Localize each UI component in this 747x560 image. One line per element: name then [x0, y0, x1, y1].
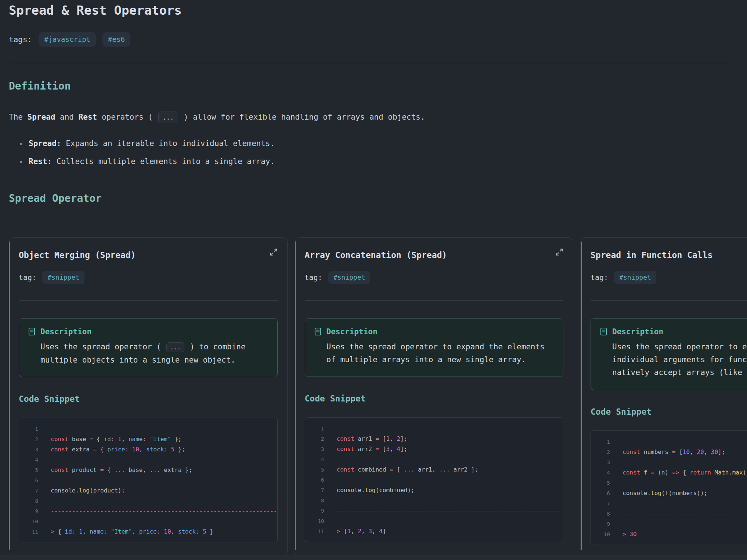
code-token-fn: log — [651, 490, 661, 497]
code-token-pun: { — [100, 446, 107, 453]
code-token-id: console — [51, 487, 75, 494]
code-token-pun: , — [390, 446, 397, 452]
code-token-key: name — [90, 528, 104, 535]
code-snippet-heading: Code Snippet — [19, 394, 278, 404]
code-token-op: > — [51, 528, 58, 535]
tag-pill-snippet[interactable]: #snippet — [328, 271, 371, 284]
code-token-pun: . — [361, 487, 365, 494]
description-body: Uses the spread operator to expand an ar… — [600, 341, 747, 379]
code-token-pun: , — [372, 528, 379, 535]
tag-pill-snippet[interactable]: #snippet — [42, 271, 84, 284]
code-token-pun: , — [171, 528, 178, 535]
card-tag-row: tag:#snippet — [305, 271, 564, 284]
description-header: Description — [314, 327, 555, 336]
code-line: 11> [1, 2, 3, 4] — [305, 526, 563, 537]
code-block: 12const arr1 = [1, 2];3const arr2 = [3, … — [305, 417, 564, 542]
code-line: 6console.log(f(numbers)); — [591, 488, 747, 498]
bold-text: Spread: — [29, 139, 61, 148]
card-header: Object Merging (Spread) — [19, 247, 278, 260]
code-token-op: > — [337, 528, 344, 535]
code-token-num: 10 — [164, 528, 171, 535]
code-line: 3const extra = { price: 10, stock: 5 }; — [19, 444, 277, 455]
code-token-pun: }; — [171, 436, 182, 443]
tag-pill-javascript[interactable]: #javascript — [39, 32, 96, 47]
code-token-id: console — [622, 490, 647, 497]
description-body: Uses the spread operator to expand the e… — [314, 341, 555, 366]
line-number: 7 — [19, 486, 38, 496]
line-number: 5 — [591, 478, 610, 488]
code-token-pun: . — [729, 469, 732, 476]
code-token-num: 2 — [397, 435, 400, 442]
description-body: Uses the spread operator ( ... ) to comb… — [28, 341, 268, 367]
line-number: 4 — [305, 454, 324, 465]
card-tag-row: tag:#snippet — [591, 271, 747, 284]
code-token-pun: [ — [383, 435, 386, 442]
code-token-pun: , — [122, 436, 129, 443]
code-token-kw: return — [690, 469, 714, 476]
code-text: const arr2 = [3, 4]; — [337, 444, 563, 454]
line-number: 11 — [19, 527, 38, 537]
code-line: 5const combined = [ ... arr1, ... arr2 ]… — [305, 465, 563, 475]
code-token-fn: log — [79, 487, 90, 494]
definition-bullet: Spread: Expands an iterable into individ… — [20, 139, 728, 148]
code-token-id: extra — [72, 446, 93, 453]
line-number: 5 — [19, 465, 38, 475]
description-header: Description — [600, 327, 747, 336]
code-line: 4const f = (n) => { return Math.max( ...… — [591, 468, 747, 478]
text-run: Uses the spread operator to expand the e… — [326, 342, 545, 364]
code-text: const f = (n) => { return Math.max( ... … — [622, 468, 747, 478]
line-number: 1 — [305, 423, 324, 434]
tag-pill-es6[interactable]: #es6 — [102, 32, 130, 47]
line-number: 8 — [591, 509, 610, 519]
code-token-pun: , — [432, 466, 439, 473]
code-token-dash: ----------------------------------------… — [337, 507, 563, 514]
code-text: > 30 — [622, 529, 747, 539]
text-run: The — [9, 113, 28, 121]
code-line: 10> 30 — [591, 529, 747, 539]
code-token-fn: f — [644, 469, 651, 476]
tag-pill-snippet[interactable]: #snippet — [614, 271, 656, 284]
line-number: 4 — [19, 455, 38, 465]
code-token-id: arr1 — [414, 466, 432, 473]
code-line: 5 — [591, 478, 747, 488]
line-number: 7 — [591, 498, 610, 509]
code-token-op: : — [72, 528, 79, 535]
code-token-id: numbers — [644, 448, 672, 455]
expand-icon[interactable] — [555, 248, 563, 256]
code-token-op: ... — [150, 466, 160, 473]
code-token-op: : — [104, 528, 111, 535]
description-heading: Description — [612, 327, 663, 336]
code-token-num: 30 — [629, 531, 636, 538]
line-number: 10 — [591, 529, 610, 539]
card-title: Spread in Function Calls — [591, 250, 712, 260]
code-token-dash: ----------------------------------------… — [51, 508, 277, 514]
code-token-pun: { — [683, 469, 690, 476]
code-token-num: 1 — [118, 436, 122, 443]
expand-icon[interactable] — [270, 248, 278, 256]
code-token-fn: max — [732, 469, 743, 476]
code-token-num: 4 — [397, 446, 400, 452]
code-token-op: => — [672, 469, 683, 476]
bold-text: Spread — [28, 113, 55, 121]
definition-intro: The Spread and Rest operators ( ... ) al… — [9, 111, 728, 124]
code-token-num: 3 — [368, 528, 372, 535]
document-icon — [314, 327, 322, 336]
code-token-str: "Item" — [150, 436, 171, 443]
code-line: 3 — [591, 457, 747, 468]
code-token-op: : — [196, 528, 203, 535]
card-divider — [591, 300, 747, 301]
text-run: Uses the spread operator to expand an ar… — [612, 342, 747, 377]
code-line: 8 — [19, 496, 277, 506]
code-token-pun: [ — [344, 528, 347, 535]
line-number: 6 — [591, 488, 610, 498]
code-token-id: base — [72, 436, 90, 443]
code-token-pun: ( — [743, 469, 747, 476]
line-number: 8 — [19, 496, 38, 506]
code-block: 12const numbers = [10, 20, 30];34const f… — [591, 430, 747, 545]
code-token-pun: , — [83, 528, 90, 535]
code-token-id: extra — [160, 466, 182, 473]
code-snippet-heading: Code Snippet — [305, 394, 564, 403]
code-token-op: ... — [114, 466, 125, 473]
line-number: 2 — [19, 434, 38, 444]
code-text: const extra = { price: 10, stock: 5 }; — [51, 444, 277, 455]
